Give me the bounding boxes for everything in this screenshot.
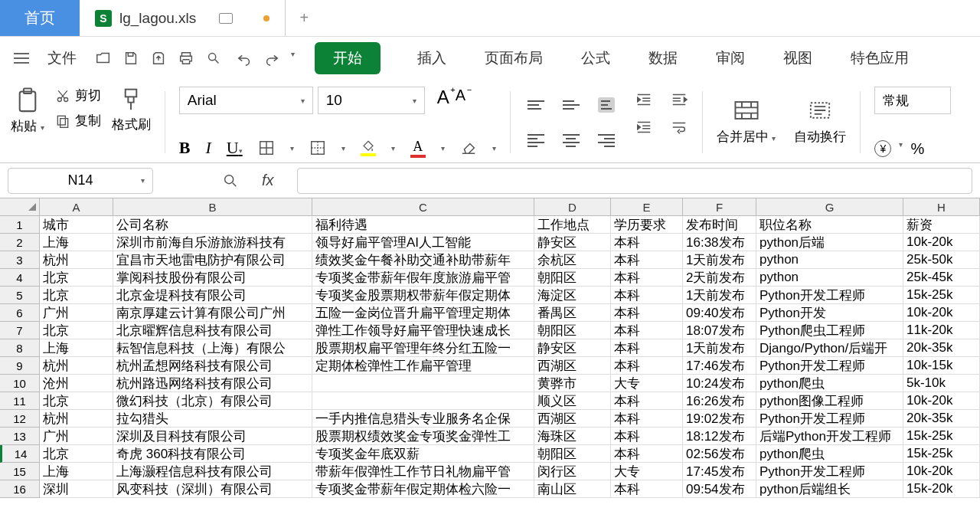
font-name-select[interactable]: Arial▾ bbox=[179, 87, 313, 114]
menu-start[interactable]: 开始 bbox=[315, 42, 381, 74]
row-header[interactable]: 5 bbox=[0, 287, 40, 304]
cell[interactable]: 北京 bbox=[40, 322, 113, 339]
cell[interactable]: python后端 bbox=[756, 234, 903, 251]
menu-file[interactable]: 文件 bbox=[47, 48, 77, 68]
cell[interactable]: 奇虎 360科技有限公司 bbox=[113, 445, 312, 463]
menu-page-layout[interactable]: 页面布局 bbox=[485, 48, 543, 68]
cell[interactable]: 2天前发布 bbox=[683, 269, 756, 287]
cell[interactable]: 五险一金岗位晋升扁平管理定期体 bbox=[312, 304, 534, 322]
increase-indent-icon[interactable] bbox=[635, 119, 653, 136]
cell[interactable]: 本科 bbox=[611, 339, 683, 357]
cell[interactable]: Python爬虫工程师 bbox=[756, 322, 903, 339]
cell[interactable]: 1天前发布 bbox=[683, 339, 756, 357]
formula-input[interactable] bbox=[297, 168, 972, 194]
col-header-B[interactable]: B bbox=[113, 198, 312, 215]
hamburger-icon[interactable] bbox=[9, 48, 34, 68]
decrease-indent-icon[interactable] bbox=[635, 91, 653, 108]
cell[interactable]: 02:56发布 bbox=[683, 445, 756, 463]
cell[interactable]: 风变科技（深圳）有限公司 bbox=[113, 480, 312, 498]
cell[interactable]: 北京 bbox=[40, 445, 113, 463]
cell[interactable]: 朝阳区 bbox=[534, 269, 611, 287]
cell[interactable]: 17:45发布 bbox=[683, 463, 756, 480]
cell[interactable]: 09:40发布 bbox=[683, 304, 756, 322]
cell[interactable]: 西湖区 bbox=[534, 357, 611, 375]
cell[interactable]: 杭州路迅网络科技有限公司 bbox=[113, 375, 312, 392]
cell[interactable]: Python开发工程师 bbox=[756, 357, 903, 375]
cell[interactable]: 北京 bbox=[40, 287, 113, 304]
cell[interactable]: Python开发 bbox=[756, 304, 903, 322]
cell[interactable]: 10k-20k bbox=[903, 463, 980, 480]
cell[interactable]: 领导好扁平管理AI人工智能 bbox=[312, 234, 534, 251]
cell[interactable]: python bbox=[756, 269, 903, 287]
row-header[interactable]: 10 bbox=[0, 375, 40, 392]
cell[interactable]: 杭州 bbox=[40, 410, 113, 428]
cell[interactable]: 发布时间 bbox=[683, 216, 756, 234]
format-brush-button[interactable]: 格式刷 bbox=[112, 87, 151, 133]
cell[interactable]: 20k-35k bbox=[903, 410, 980, 428]
cell[interactable]: Python开发工程师 bbox=[756, 410, 903, 428]
cell[interactable]: 10k-20k bbox=[903, 392, 980, 410]
zoom-icon[interactable] bbox=[222, 172, 239, 189]
cell[interactable]: 大专 bbox=[611, 463, 683, 480]
cell[interactable]: 本科 bbox=[611, 234, 683, 251]
cell[interactable]: 闵行区 bbox=[534, 463, 611, 480]
cell[interactable]: 深圳及目科技有限公司 bbox=[113, 428, 312, 445]
align-bottom-icon[interactable] bbox=[598, 97, 615, 113]
cell[interactable]: 静安区 bbox=[534, 234, 611, 251]
cell[interactable]: 16:26发布 bbox=[683, 392, 756, 410]
cell-reference-input[interactable]: N14 ▾ bbox=[8, 168, 153, 194]
cell[interactable]: 杭州 bbox=[40, 357, 113, 375]
cell[interactable]: 15k-25k bbox=[903, 287, 980, 304]
cell[interactable]: 19:02发布 bbox=[683, 410, 756, 428]
cell[interactable]: 黄骅市 bbox=[534, 375, 611, 392]
cell[interactable]: 本科 bbox=[611, 287, 683, 304]
cell[interactable]: 本科 bbox=[611, 480, 683, 498]
cell[interactable]: 上海灏程信息科技有限公司 bbox=[113, 463, 312, 480]
cell[interactable] bbox=[312, 392, 534, 410]
cell[interactable]: 25k-45k bbox=[903, 269, 980, 287]
cell[interactable]: 拉勾猎头 bbox=[113, 410, 312, 428]
clear-format-icon[interactable] bbox=[460, 139, 477, 156]
cell[interactable]: 定期体检弹性工作扁平管理 bbox=[312, 357, 534, 375]
cell[interactable]: 18:12发布 bbox=[683, 428, 756, 445]
cell[interactable]: 专项奖金年底双薪 bbox=[312, 445, 534, 463]
cell[interactable]: 上海 bbox=[40, 234, 113, 251]
number-format-select[interactable]: 常规 bbox=[874, 87, 951, 114]
spreadsheet-grid[interactable]: ABCDEFGH 1城市公司名称福利待遇工作地点学历要求发布时间职位名称薪资2上… bbox=[0, 198, 980, 498]
cell[interactable]: 薪资 bbox=[903, 216, 980, 234]
align-center-icon[interactable] bbox=[563, 134, 580, 147]
new-tab-button[interactable]: + bbox=[286, 0, 322, 36]
cell[interactable]: 广州 bbox=[40, 304, 113, 322]
cell[interactable]: python图像工程师 bbox=[756, 392, 903, 410]
cell[interactable]: 11k-20k bbox=[903, 322, 980, 339]
cell[interactable]: 耘智信息科技（上海）有限公 bbox=[113, 339, 312, 357]
cell[interactable]: 本科 bbox=[611, 392, 683, 410]
cell[interactable]: python爬虫 bbox=[756, 445, 903, 463]
row-header[interactable]: 9 bbox=[0, 357, 40, 375]
cell[interactable]: 专项奖金股票期权带薪年假定期体 bbox=[312, 287, 534, 304]
align-right-icon[interactable] bbox=[598, 134, 615, 147]
border-outside-icon[interactable] bbox=[309, 139, 326, 156]
menu-view[interactable]: 视图 bbox=[783, 48, 812, 68]
cell[interactable]: 顺义区 bbox=[534, 392, 611, 410]
border-icon[interactable] bbox=[258, 139, 275, 156]
italic-button[interactable]: I bbox=[205, 138, 211, 158]
export-icon[interactable] bbox=[150, 50, 167, 67]
align-left-icon[interactable] bbox=[528, 134, 544, 147]
menu-data[interactable]: 数据 bbox=[648, 48, 678, 68]
cell[interactable]: 北京 bbox=[40, 392, 113, 410]
cell[interactable]: 本科 bbox=[611, 269, 683, 287]
save-icon[interactable] bbox=[122, 50, 139, 67]
cell[interactable]: 专项奖金带薪年假年度旅游扁平管 bbox=[312, 269, 534, 287]
copy-button[interactable]: 复制 bbox=[55, 112, 101, 129]
paste-button[interactable]: 粘贴 ▾ bbox=[11, 87, 44, 135]
bold-button[interactable]: B bbox=[179, 138, 191, 158]
cell[interactable]: 宜昌市天地雷电防护有限公司 bbox=[113, 251, 312, 269]
cell[interactable]: 静安区 bbox=[534, 339, 611, 357]
redo-icon[interactable] bbox=[263, 50, 280, 67]
cell[interactable]: 09:54发布 bbox=[683, 480, 756, 498]
font-size-select[interactable]: 10▾ bbox=[318, 87, 425, 114]
cell[interactable]: 本科 bbox=[611, 357, 683, 375]
col-header-A[interactable]: A bbox=[40, 198, 113, 215]
cell[interactable]: 掌阅科技股份有限公司 bbox=[113, 269, 312, 287]
